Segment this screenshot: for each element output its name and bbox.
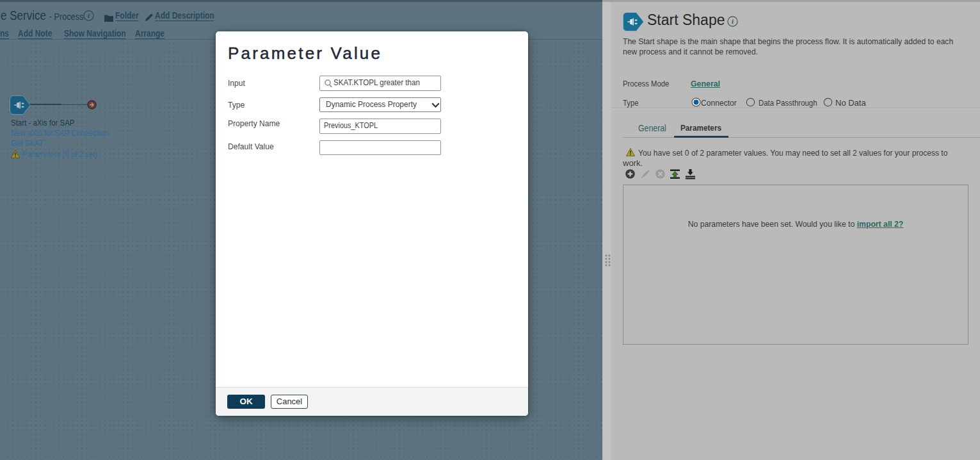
svg-text:i: i xyxy=(88,12,90,19)
svg-text:i: i xyxy=(732,17,734,25)
